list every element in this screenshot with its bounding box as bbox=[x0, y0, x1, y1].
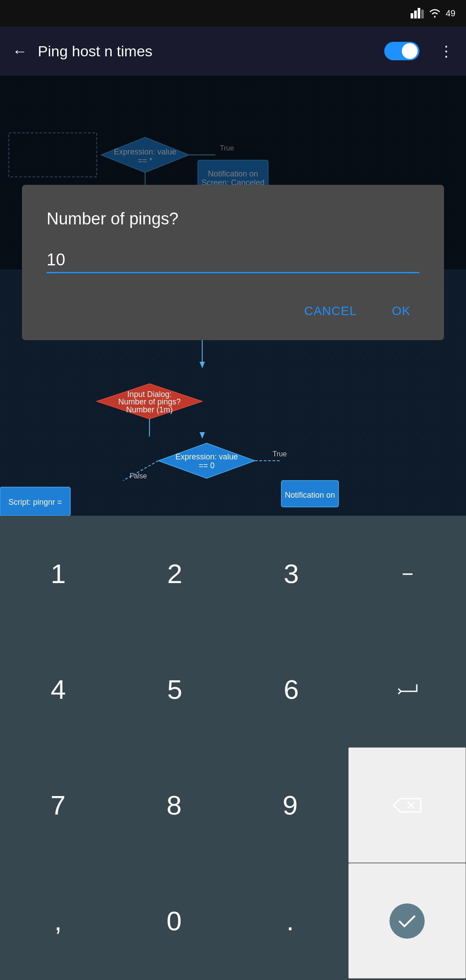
battery-indicator: 49 bbox=[446, 8, 455, 18]
svg-text:Number of pings?: Number of pings? bbox=[118, 397, 181, 406]
svg-text:Number (1m): Number (1m) bbox=[126, 405, 173, 414]
key-5[interactable]: 5 bbox=[116, 631, 233, 747]
svg-text:True: True bbox=[273, 450, 287, 458]
checkmark-icon bbox=[397, 913, 417, 929]
key-8[interactable]: 8 bbox=[116, 747, 232, 863]
page-title: Ping host n times bbox=[38, 43, 374, 60]
key-comma[interactable]: , bbox=[0, 863, 116, 979]
key-minus[interactable]: − bbox=[350, 516, 466, 631]
backspace-icon bbox=[392, 794, 422, 816]
svg-text:Notification on: Notification on bbox=[285, 491, 335, 499]
svg-marker-1 bbox=[414, 11, 417, 18]
key-4[interactable]: 4 bbox=[0, 631, 116, 747]
keyboard: 1 2 3 − 4 5 6 7 8 9 , 0 . bbox=[0, 516, 466, 980]
wifi-icon bbox=[428, 8, 441, 18]
status-bar: 49 bbox=[0, 0, 466, 26]
back-button[interactable]: ← bbox=[12, 43, 27, 60]
key-7[interactable]: 7 bbox=[0, 747, 116, 863]
more-menu-button[interactable]: ⋮ bbox=[439, 42, 454, 60]
svg-marker-3 bbox=[421, 10, 424, 18]
key-dot[interactable]: . bbox=[232, 863, 348, 979]
svg-marker-0 bbox=[411, 13, 413, 18]
dialog: Number of pings? CANCEL OK bbox=[22, 185, 444, 340]
keyboard-row-2: 4 5 6 bbox=[0, 631, 466, 747]
key-done[interactable] bbox=[348, 863, 466, 979]
key-backspace[interactable] bbox=[348, 747, 466, 863]
pings-input[interactable] bbox=[47, 250, 419, 269]
svg-text:== 0: == 0 bbox=[199, 461, 215, 470]
dialog-input-container bbox=[47, 250, 419, 273]
svg-text:Script: pingnr =: Script: pingnr = bbox=[8, 498, 62, 507]
app-bar: ← Ping host n times ⋮ bbox=[0, 26, 466, 76]
key-2[interactable]: 2 bbox=[116, 516, 233, 631]
done-circle bbox=[390, 903, 425, 939]
status-icons: 49 bbox=[411, 8, 455, 18]
enable-toggle[interactable] bbox=[384, 42, 419, 60]
keyboard-row-3: 7 8 9 bbox=[0, 747, 466, 863]
key-0[interactable]: 0 bbox=[116, 863, 232, 979]
key-1[interactable]: 1 bbox=[0, 516, 116, 631]
key-9[interactable]: 9 bbox=[232, 747, 348, 863]
key-6[interactable]: 6 bbox=[233, 631, 350, 747]
enter-icon bbox=[395, 681, 421, 698]
key-enter[interactable] bbox=[350, 631, 466, 747]
dialog-title: Number of pings? bbox=[47, 209, 419, 228]
svg-marker-2 bbox=[418, 8, 420, 18]
keyboard-row-1: 1 2 3 − bbox=[0, 516, 466, 631]
svg-text:False: False bbox=[130, 472, 147, 480]
cancel-button[interactable]: CANCEL bbox=[295, 300, 366, 323]
keyboard-row-4: , 0 . bbox=[0, 863, 466, 979]
svg-text:Expression: value: Expression: value bbox=[175, 452, 238, 461]
ok-button[interactable]: OK bbox=[383, 300, 419, 323]
signal-icon bbox=[411, 8, 424, 18]
key-3[interactable]: 3 bbox=[233, 516, 350, 631]
dialog-buttons: CANCEL OK bbox=[47, 300, 419, 323]
